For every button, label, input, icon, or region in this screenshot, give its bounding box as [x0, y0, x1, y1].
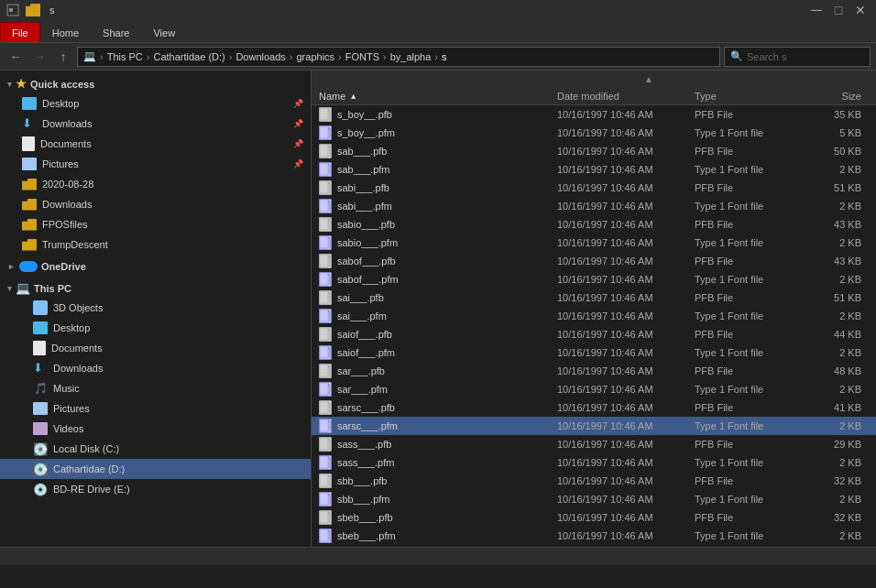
- quick-access-header[interactable]: ▾ ★ Quick access: [0, 74, 311, 93]
- address-path[interactable]: 💻 › This PC › Cathartidae (D:) › Downloa…: [77, 47, 720, 67]
- tab-share[interactable]: Share: [91, 22, 141, 42]
- bdre-icon: 💿: [33, 483, 48, 496]
- sidebar-label: Downloads: [42, 199, 92, 210]
- table-row[interactable]: saiof___.pfm 10/16/1997 10:46 AM Type 1 …: [312, 343, 876, 362]
- status-bar: [0, 547, 876, 565]
- sidebar-item-desktop-qa[interactable]: Desktop 📌: [0, 93, 311, 114]
- svg-rect-53: [320, 419, 328, 431]
- sidebar-label: Cathartidae (D:): [53, 463, 125, 474]
- table-row[interactable]: sabi___.pfb 10/16/1997 10:46 AM PFB File…: [312, 179, 876, 197]
- path-graphics[interactable]: graphics: [297, 51, 335, 62]
- sidebar-item-downloads-2[interactable]: Downloads: [0, 194, 311, 214]
- table-row[interactable]: sabof___.pfm 10/16/1997 10:46 AM Type 1 …: [312, 270, 876, 289]
- table-row[interactable]: sass___.pfb 10/16/1997 10:46 AM PFB File…: [312, 435, 876, 453]
- sidebar-item-videos[interactable]: Videos: [0, 419, 311, 439]
- sort-arrow: ▲: [644, 74, 653, 84]
- file-type: Type 1 Font file: [691, 494, 801, 505]
- svg-rect-52: [328, 404, 331, 413]
- svg-rect-32: [320, 291, 328, 303]
- svg-rect-71: [320, 529, 328, 541]
- sidebar-item-pictures-qa[interactable]: Pictures 📌: [0, 154, 311, 174]
- table-row[interactable]: sarsc___.pfm 10/16/1997 10:46 AM Type 1 …: [312, 417, 876, 435]
- table-row[interactable]: s_boy__.pfm 10/16/1997 10:46 AM Type 1 F…: [312, 124, 876, 142]
- table-row[interactable]: sabio___.pfm 10/16/1997 10:46 AM Type 1 …: [312, 234, 876, 252]
- file-type: Type 1 Font file: [691, 127, 801, 138]
- path-this-pc[interactable]: This PC: [107, 51, 143, 62]
- svg-rect-64: [328, 477, 331, 486]
- up-button[interactable]: ↑: [53, 48, 73, 66]
- sidebar-item-downloads-pc[interactable]: ⬇ Downloads: [0, 358, 311, 378]
- table-row[interactable]: sarsc___.pfb 10/16/1997 10:46 AM PFB Fil…: [312, 398, 876, 417]
- forward-button[interactable]: →: [29, 48, 49, 66]
- table-row[interactable]: sbb___.pfb 10/16/1997 10:46 AM PFB File …: [312, 472, 876, 490]
- path-drive[interactable]: Cathartidae (D:): [153, 51, 224, 62]
- maximize-button[interactable]: □: [828, 1, 849, 19]
- back-button[interactable]: ←: [5, 48, 26, 66]
- file-size: 5 KB: [801, 127, 865, 138]
- table-row[interactable]: s_boy__.pfb 10/16/1997 10:46 AM PFB File…: [312, 105, 876, 124]
- svg-rect-28: [328, 257, 331, 267]
- tab-file[interactable]: File: [0, 22, 40, 42]
- path-downloads[interactable]: Downloads: [235, 51, 285, 62]
- table-row[interactable]: sab___.pfm 10/16/1997 10:46 AM Type 1 Fo…: [312, 160, 876, 179]
- sidebar: ▾ ★ Quick access Desktop 📌 ⬇ Downloads 📌…: [0, 71, 312, 547]
- svg-rect-40: [328, 331, 331, 340]
- table-row[interactable]: sabi___.pfm 10/16/1997 10:46 AM Type 1 F…: [312, 197, 876, 215]
- table-row[interactable]: sabof___.pfb 10/16/1997 10:46 AM PFB Fil…: [312, 252, 876, 270]
- sidebar-item-pictures-pc[interactable]: Pictures: [0, 398, 311, 419]
- sidebar-item-cathartidae[interactable]: 💽 Cathartidae (D:): [0, 459, 311, 479]
- video-icon: [33, 422, 48, 435]
- table-row[interactable]: sbeb___.pfm 10/16/1997 10:46 AM Type 1 F…: [312, 527, 876, 545]
- table-row[interactable]: sar___.pfb 10/16/1997 10:46 AM PFB File …: [312, 362, 876, 380]
- path-by-alpha[interactable]: by_alpha: [390, 51, 432, 62]
- this-pc-header[interactable]: ▾ 💻 This PC: [0, 278, 311, 298]
- table-row[interactable]: saiof___.pfb 10/16/1997 10:46 AM PFB Fil…: [312, 325, 876, 343]
- sidebar-item-fpos[interactable]: FPOSfiles: [0, 214, 311, 234]
- svg-rect-7: [328, 129, 331, 138]
- path-s[interactable]: s: [442, 51, 447, 62]
- table-row[interactable]: sbeb___.pfb 10/16/1997 10:46 AM PFB File…: [312, 508, 876, 527]
- onedrive-header[interactable]: ► OneDrive: [0, 258, 311, 275]
- file-name: sabi___.pfm: [337, 201, 392, 212]
- table-row[interactable]: sai___.pfb 10/16/1997 10:46 AM PFB File …: [312, 289, 876, 307]
- close-button[interactable]: ✕: [850, 1, 871, 19]
- table-row[interactable]: sab___.pfb 10/16/1997 10:46 AM PFB File …: [312, 142, 876, 160]
- sidebar-item-downloads-qa[interactable]: ⬇ Downloads 📌: [0, 114, 311, 134]
- file-name: sabio___.pfm: [337, 237, 398, 248]
- path-fonts[interactable]: FONTS: [345, 51, 379, 62]
- file-date: 10/16/1997 10:46 AM: [553, 475, 691, 486]
- table-row[interactable]: sass___.pfm 10/16/1997 10:46 AM Type 1 F…: [312, 453, 876, 472]
- tab-view[interactable]: View: [141, 22, 187, 42]
- table-row[interactable]: sbb___.pfm 10/16/1997 10:46 AM Type 1 Fo…: [312, 490, 876, 508]
- path-pc[interactable]: 💻: [83, 50, 96, 62]
- table-row[interactable]: sabio___.pfb 10/16/1997 10:46 AM PFB Fil…: [312, 215, 876, 234]
- sidebar-item-local-disk[interactable]: 💽 Local Disk (C:): [0, 439, 311, 459]
- minimize-button[interactable]: ─: [806, 1, 827, 19]
- file-icon: [319, 125, 332, 140]
- sidebar-item-3d[interactable]: 3D Objects: [0, 298, 311, 318]
- file-date: 10/16/1997 10:46 AM: [553, 164, 691, 175]
- col-date-header[interactable]: Date modified: [553, 91, 691, 102]
- col-name-header[interactable]: Name ▲: [315, 91, 553, 102]
- sidebar-item-trump[interactable]: TrumpDescent: [0, 234, 311, 255]
- file-icon: [319, 290, 332, 305]
- tab-home[interactable]: Home: [40, 22, 91, 42]
- sidebar-label: Pictures: [53, 403, 90, 414]
- file-type: Type 1 Font file: [691, 164, 801, 175]
- sidebar-item-desktop-pc[interactable]: Desktop: [0, 318, 311, 338]
- file-date: 10/16/1997 10:46 AM: [553, 146, 691, 157]
- file-size: 43 KB: [801, 256, 865, 267]
- table-row[interactable]: sar___.pfm 10/16/1997 10:46 AM Type 1 Fo…: [312, 380, 876, 398]
- sidebar-item-music[interactable]: 🎵 Music: [0, 378, 311, 398]
- table-row[interactable]: sai___.pfm 10/16/1997 10:46 AM Type 1 Fo…: [312, 307, 876, 325]
- sidebar-item-bdre[interactable]: 💿 BD-RE Drive (E:): [0, 479, 311, 499]
- col-size-header[interactable]: Size: [801, 91, 865, 102]
- sidebar-item-2020[interactable]: 2020-08-28: [0, 174, 311, 194]
- search-box[interactable]: 🔍 Search s: [724, 47, 871, 67]
- sidebar-item-documents-qa[interactable]: Documents 📌: [0, 134, 311, 154]
- svg-rect-46: [328, 367, 331, 376]
- sidebar-item-documents-pc[interactable]: Documents: [0, 338, 311, 358]
- file-icon: [319, 345, 332, 360]
- col-type-header[interactable]: Type: [691, 91, 801, 102]
- file-date: 10/16/1997 10:46 AM: [553, 237, 691, 248]
